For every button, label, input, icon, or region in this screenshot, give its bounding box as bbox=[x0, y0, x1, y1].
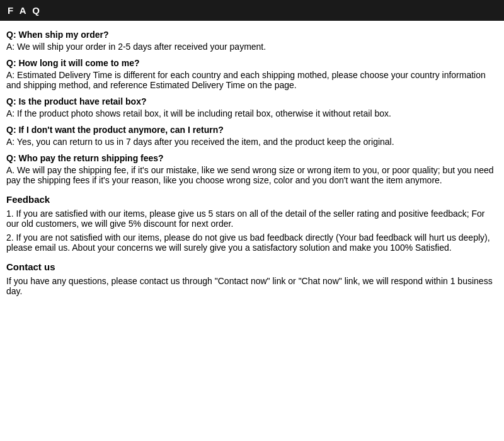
faq-answer-4: A: Yes, you can return to us in 7 days a… bbox=[6, 137, 498, 147]
faq-answer-3: A: If the product photo shows retail box… bbox=[6, 108, 498, 118]
faq-item-1: Q: When ship my order? A: We will ship y… bbox=[6, 30, 498, 52]
contact-section: Contact us If you have any questions, pl… bbox=[6, 261, 498, 296]
feedback-section: Feedback 1. If you are satisfied with ou… bbox=[6, 194, 498, 253]
faq-question-5: Q: Who pay the return shipping fees? bbox=[6, 153, 498, 163]
faq-answer-1: A: We will ship your order in 2-5 days a… bbox=[6, 42, 498, 52]
faq-question-4: Q: If I don't want the product anymore, … bbox=[6, 125, 498, 135]
feedback-item-1: 1. If you are satisfied with our items, … bbox=[6, 209, 498, 229]
faq-item-2: Q: How long it will come to me? A: Estim… bbox=[6, 58, 498, 90]
faq-item-5: Q: Who pay the return shipping fees? A. … bbox=[6, 153, 498, 185]
feedback-title: Feedback bbox=[6, 194, 498, 205]
faq-answer-5: A. We will pay the shipping fee, if it's… bbox=[6, 165, 498, 185]
faq-question-2: Q: How long it will come to me? bbox=[6, 58, 498, 68]
faq-item-4: Q: If I don't want the product anymore, … bbox=[6, 125, 498, 147]
faq-answer-2: A: Estimated Delivery Time is different … bbox=[6, 70, 498, 90]
faq-item-3: Q: Is the product have retail box? A: If… bbox=[6, 96, 498, 118]
contact-text: If you have any questions, please contac… bbox=[6, 276, 498, 296]
faq-header: F A Q bbox=[0, 0, 504, 21]
faq-question-1: Q: When ship my order? bbox=[6, 30, 498, 40]
feedback-item-2: 2. If you are not satisfied with our ite… bbox=[6, 232, 498, 253]
contact-title: Contact us bbox=[6, 261, 498, 272]
faq-section: Q: When ship my order? A: We will ship y… bbox=[6, 30, 498, 185]
main-content: Q: When ship my order? A: We will ship y… bbox=[0, 27, 504, 299]
faq-question-3: Q: Is the product have retail box? bbox=[6, 96, 498, 106]
